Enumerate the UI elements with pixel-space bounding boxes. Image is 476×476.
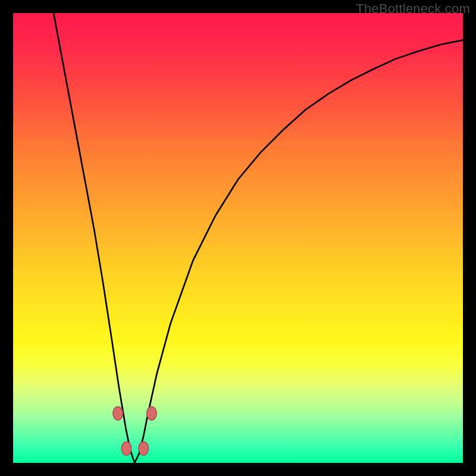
dot-left-lower [121, 441, 131, 455]
curve-markers [113, 407, 156, 456]
dot-right-upper [147, 407, 157, 421]
chart-plot-area [13, 13, 463, 463]
bottleneck-curve-svg [13, 13, 463, 463]
bottleneck-curve [54, 13, 463, 463]
dot-right-lower [139, 441, 149, 455]
watermark-text: TheBottleneck.com [356, 1, 470, 17]
dot-left-upper [113, 407, 123, 421]
